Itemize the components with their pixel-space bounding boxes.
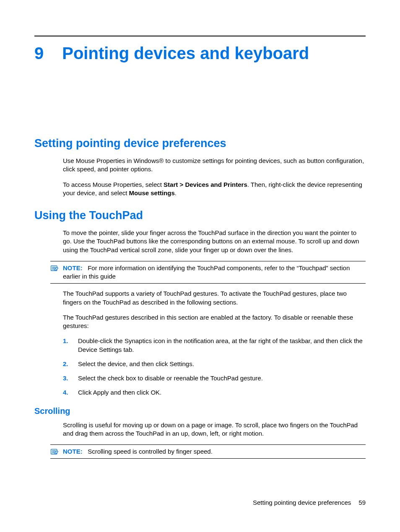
bold-text: Synaptics <box>125 337 152 344</box>
bold-text: Mouse settings <box>129 189 175 196</box>
list-item: 3. Select the check box to disable or re… <box>63 374 366 382</box>
text: and then click <box>109 389 151 396</box>
chapter-number: 9 <box>34 45 44 62</box>
step-text: Double-click the Synaptics icon in the n… <box>78 337 366 354</box>
paragraph: Use Mouse Properties in Windows® to cust… <box>63 157 366 174</box>
text: tab. <box>122 346 134 353</box>
text: . <box>192 360 194 367</box>
chapter-heading: 9 Pointing devices and keyboard <box>34 44 366 62</box>
note-label: NOTE: <box>63 264 83 271</box>
bold-text: Start > Devices and Printers <box>164 181 247 188</box>
bold-text: Settings <box>169 360 192 367</box>
paragraph: The TouchPad supports a variety of Touch… <box>63 289 366 307</box>
paragraph: The TouchPad gestures described in this … <box>63 313 366 331</box>
step-number: 4. <box>63 388 70 397</box>
section-body-touchpad-cont: The TouchPad supports a variety of Touch… <box>63 289 366 330</box>
subsection-heading-scrolling: Scrolling <box>34 406 366 416</box>
bold-text: Device Settings <box>78 346 122 353</box>
text: Click <box>78 389 93 396</box>
text: . <box>175 189 177 196</box>
step-number: 1. <box>63 337 70 345</box>
paragraph: To move the pointer, slide your finger a… <box>63 229 366 254</box>
list-item: 1. Double-click the Synaptics icon in th… <box>63 337 366 354</box>
note-icon <box>50 265 59 272</box>
step-text: Click Apply and then click OK. <box>78 388 366 397</box>
top-rule <box>34 36 366 36</box>
note-text: NOTE: For more information on identifyin… <box>63 264 366 281</box>
note-content: Scrolling speed is controlled by finger … <box>88 448 213 455</box>
section-heading-preferences: Setting pointing device preferences <box>34 137 366 150</box>
text: Select the check box to disable or reena… <box>78 374 263 382</box>
section-heading-touchpad: Using the TouchPad <box>34 209 366 222</box>
step-text: Select the device, and then click Settin… <box>78 360 366 368</box>
text: Double-click the <box>78 337 125 344</box>
note-text: NOTE: Scrolling speed is controlled by f… <box>63 447 366 456</box>
page: 9 Pointing devices and keyboard Setting … <box>0 0 400 532</box>
text: Select the device, and then click <box>78 360 169 367</box>
note-label: NOTE: <box>63 448 83 455</box>
page-footer: Setting pointing device preferences 59 <box>253 499 366 506</box>
note-block: NOTE: For more information on identifyin… <box>50 261 366 284</box>
text: . <box>160 389 161 396</box>
subsection-body-scrolling: Scrolling is useful for moving up or dow… <box>63 421 366 438</box>
step-text: Select the check box to disable or reena… <box>78 374 366 382</box>
note-content: For more information on identifying the … <box>63 264 350 280</box>
section-body-preferences: Use Mouse Properties in Windows® to cust… <box>63 157 366 197</box>
step-number: 2. <box>63 360 70 368</box>
note-block: NOTE: Scrolling speed is controlled by f… <box>50 444 366 459</box>
footer-section-title: Setting pointing device preferences <box>253 499 351 506</box>
text: icon in the notification area, at the fa… <box>152 337 363 344</box>
bold-text: OK <box>151 389 160 396</box>
section-body-touchpad: To move the pointer, slide your finger a… <box>63 229 366 254</box>
paragraph: To access Mouse Properties, select Start… <box>63 181 366 198</box>
chapter-title: Pointing devices and keyboard <box>62 44 309 62</box>
paragraph: Scrolling is useful for moving up or dow… <box>63 421 366 438</box>
list-item: 4. Click Apply and then click OK. <box>63 388 366 397</box>
step-number: 3. <box>63 374 70 382</box>
list-item: 2. Select the device, and then click Set… <box>63 360 366 368</box>
bold-text: Apply <box>93 389 109 396</box>
note-icon <box>50 448 59 456</box>
footer-page-number: 59 <box>358 499 366 506</box>
text: To access Mouse Properties, select <box>63 181 164 188</box>
steps-list: 1. Double-click the Synaptics icon in th… <box>63 337 366 397</box>
